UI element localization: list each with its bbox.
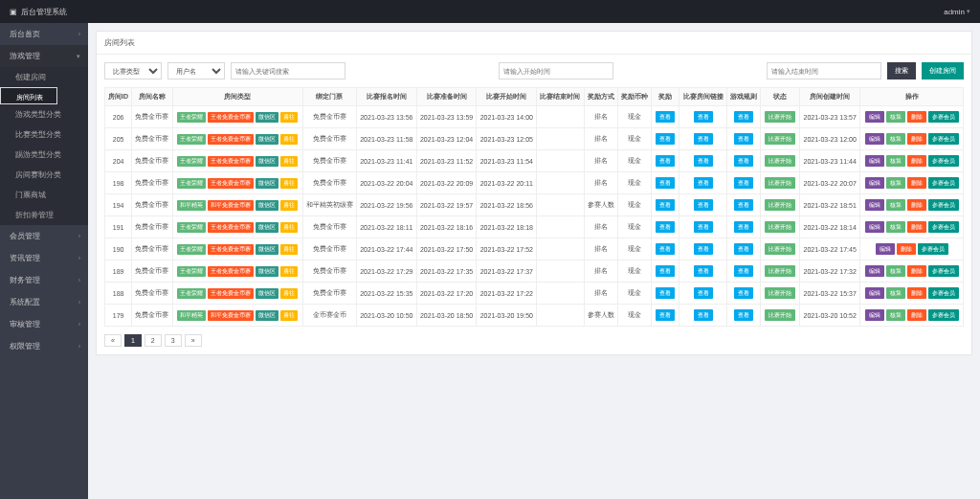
status-button[interactable]: 比赛开始 [765,111,795,123]
view-reward-button[interactable]: 查看 [656,309,675,321]
check-button[interactable]: 核算 [886,111,905,123]
view-rules-button[interactable]: 查看 [734,177,753,189]
member-button[interactable]: 参赛会员 [928,133,959,145]
check-button[interactable]: 核算 [886,287,905,299]
view-rules-button[interactable]: 查看 [734,265,753,277]
view-link-button[interactable]: 查看 [694,199,713,211]
view-reward-button[interactable]: 查看 [656,287,675,299]
view-link-button[interactable]: 查看 [694,111,713,123]
start-time-input[interactable] [499,62,613,79]
check-button[interactable]: 核算 [886,309,905,321]
view-link-button[interactable]: 查看 [694,155,713,167]
view-reward-button[interactable]: 查看 [656,111,675,123]
member-button[interactable]: 参赛会员 [928,111,959,123]
sidebar-item[interactable]: 财务管理› [0,269,88,291]
create-room-button[interactable]: 创建房间 [922,62,964,79]
sidebar-subitem[interactable]: 房间赛制分类 [0,165,88,185]
type-select[interactable]: 比赛类型 [104,62,162,79]
del-button[interactable]: 删除 [907,199,926,211]
sidebar-item[interactable]: 后台首页› [0,23,88,45]
page-button[interactable]: « [104,334,122,347]
del-button[interactable]: 删除 [907,133,926,145]
sidebar-subitem[interactable]: 折扣劵管理 [0,205,88,225]
edit-button[interactable]: 编辑 [865,265,884,277]
view-reward-button[interactable]: 查看 [656,133,675,145]
sidebar-subitem[interactable]: 门票商城 [0,185,88,205]
view-reward-button[interactable]: 查看 [656,221,675,233]
status-button[interactable]: 比赛开始 [765,243,795,255]
member-button[interactable]: 参赛会员 [928,221,959,233]
view-reward-button[interactable]: 查看 [656,243,675,255]
sidebar-item[interactable]: 权限管理› [0,335,88,357]
status-button[interactable]: 比赛开始 [765,221,795,233]
edit-button[interactable]: 编辑 [865,111,884,123]
view-rules-button[interactable]: 查看 [734,243,753,255]
view-reward-button[interactable]: 查看 [656,199,675,211]
edit-button[interactable]: 编辑 [865,177,884,189]
status-button[interactable]: 比赛开始 [765,155,795,167]
check-button[interactable]: 核算 [886,265,905,277]
view-rules-button[interactable]: 查看 [734,133,753,145]
check-button[interactable]: 核算 [886,221,905,233]
view-link-button[interactable]: 查看 [694,287,713,299]
status-button[interactable]: 比赛开始 [765,265,795,277]
del-button[interactable]: 删除 [907,111,926,123]
view-reward-button[interactable]: 查看 [656,265,675,277]
edit-button[interactable]: 编辑 [865,133,884,145]
status-button[interactable]: 比赛开始 [765,309,795,321]
view-link-button[interactable]: 查看 [694,221,713,233]
status-button[interactable]: 比赛开始 [765,287,795,299]
view-reward-button[interactable]: 查看 [656,155,675,167]
view-reward-button[interactable]: 查看 [656,177,675,189]
keyword-input[interactable] [231,62,345,79]
page-button[interactable]: 3 [165,334,182,347]
edit-button[interactable]: 编辑 [876,243,895,255]
status-button[interactable]: 比赛开始 [765,177,795,189]
sidebar-subitem[interactable]: 房间列表 [0,87,57,104]
del-button[interactable]: 删除 [907,177,926,189]
edit-button[interactable]: 编辑 [865,199,884,211]
search-button[interactable]: 搜索 [887,62,916,79]
del-button[interactable]: 删除 [907,265,926,277]
member-button[interactable]: 参赛会员 [928,309,959,321]
view-link-button[interactable]: 查看 [694,265,713,277]
user-menu[interactable]: admin ▾ [944,8,970,16]
edit-button[interactable]: 编辑 [865,309,884,321]
page-button[interactable]: 2 [145,334,162,347]
del-button[interactable]: 删除 [907,155,926,167]
view-link-button[interactable]: 查看 [694,309,713,321]
member-button[interactable]: 参赛会员 [928,177,959,189]
sidebar-subitem[interactable]: 游戏类型分类 [0,104,88,125]
page-button[interactable]: » [185,334,202,347]
edit-button[interactable]: 编辑 [865,287,884,299]
del-button[interactable]: 删除 [907,221,926,233]
sidebar-item[interactable]: 游戏管理▾ [0,45,88,67]
view-rules-button[interactable]: 查看 [734,155,753,167]
member-button[interactable]: 参赛会员 [928,155,959,167]
sidebar-item[interactable]: 资讯管理› [0,247,88,269]
sidebar-item[interactable]: 会员管理› [0,225,88,247]
del-button[interactable]: 删除 [897,243,916,255]
view-link-button[interactable]: 查看 [694,133,713,145]
sidebar-item[interactable]: 审核管理› [0,313,88,335]
status-button[interactable]: 比赛开始 [765,199,795,211]
member-button[interactable]: 参赛会员 [928,265,959,277]
view-rules-button[interactable]: 查看 [734,199,753,211]
member-button[interactable]: 参赛会员 [928,199,959,211]
del-button[interactable]: 删除 [907,309,926,321]
view-link-button[interactable]: 查看 [694,243,713,255]
member-button[interactable]: 参赛会员 [918,243,948,255]
sidebar-subitem[interactable]: 创建房间 [0,67,88,87]
status-button[interactable]: 比赛开始 [765,133,795,145]
del-button[interactable]: 删除 [907,287,926,299]
view-rules-button[interactable]: 查看 [734,111,753,123]
sidebar-subitem[interactable]: 踢游类型分类 [0,145,88,165]
user-select[interactable]: 用户名 [167,62,225,79]
sidebar-subitem[interactable]: 比赛类型分类 [0,125,88,145]
check-button[interactable]: 核算 [886,199,905,211]
sidebar-item[interactable]: 系统配置› [0,291,88,313]
end-time-input[interactable] [767,62,881,79]
view-link-button[interactable]: 查看 [694,177,713,189]
edit-button[interactable]: 编辑 [865,155,884,167]
check-button[interactable]: 核算 [886,133,905,145]
